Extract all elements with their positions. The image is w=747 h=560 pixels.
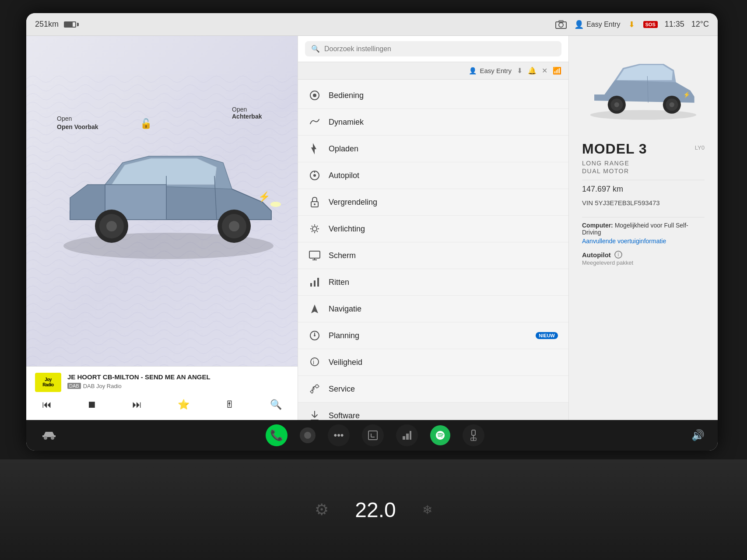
search-icon: 🔍: [311, 45, 320, 53]
menu-item-verlichting[interactable]: Verlichting: [298, 216, 568, 242]
svg-point-18: [313, 174, 316, 177]
time-display: 11:35: [665, 20, 684, 29]
vergrendeling-icon: [309, 196, 321, 208]
computer-label-text: Computer:: [582, 222, 613, 229]
spotify-icon: [435, 430, 445, 441]
voorbak-label: Open Voorbak: [57, 123, 98, 130]
menu-item-navigatie[interactable]: Navigatie: [298, 296, 568, 322]
center-close-icon: ✕: [542, 66, 547, 75]
autopilot-info-button[interactable]: i: [614, 251, 622, 259]
vehicle-info-link[interactable]: Aanvullende voertuiginformatie: [582, 238, 705, 245]
search-button[interactable]: 🔍: [267, 396, 284, 413]
ritten-label: Ritten: [329, 278, 558, 287]
veiligheid-label: Veiligheid: [329, 358, 558, 367]
bediening-label: Bediening: [329, 91, 558, 100]
battery-fill: [65, 22, 73, 27]
usb-button[interactable]: [463, 424, 484, 446]
scherm-icon: [309, 249, 321, 262]
physical-controls-area: ⚙ 22.0 ❄: [0, 459, 747, 560]
steering-wheel-icon: ⚙: [315, 500, 329, 519]
computer-label: Computer: Mogelijkheid voor Full Self-Dr…: [582, 222, 705, 236]
skip-back-button[interactable]: ⏮: [39, 396, 54, 413]
svg-point-22: [312, 227, 317, 231]
menu-item-service[interactable]: Service: [298, 376, 568, 402]
car-icon[interactable]: [39, 426, 59, 445]
open-label-2: Open: [232, 106, 262, 113]
svg-point-43: [590, 110, 697, 119]
svg-rect-36: [317, 278, 319, 287]
svg-line-28: [317, 231, 318, 232]
physical-controls: ⚙ 22.0 ❄: [315, 498, 432, 522]
car-thumbnail: ⚡: [582, 45, 705, 132]
battery-tip: [77, 23, 79, 26]
status-left: 251km: [35, 20, 79, 29]
svg-rect-59: [410, 431, 411, 440]
camera-dot-inner: [304, 432, 311, 439]
battery-body: [64, 21, 76, 28]
verlichting-label: Verlichting: [329, 224, 558, 234]
search-input-wrap[interactable]: 🔍: [305, 41, 561, 56]
menu-item-opladen[interactable]: Opladen: [298, 136, 568, 162]
verlichting-icon: [309, 223, 321, 235]
service-icon: [309, 383, 321, 395]
svg-rect-31: [309, 251, 320, 258]
center-bell-icon: 🔔: [528, 66, 537, 75]
volume-icon[interactable]: 🔊: [691, 429, 705, 441]
spotify-button[interactable]: [430, 425, 450, 445]
menu-item-software[interactable]: Software: [298, 402, 568, 420]
search-input[interactable]: [324, 45, 555, 53]
equalizer-button[interactable]: 🎚: [222, 396, 237, 413]
camera-icon[interactable]: [555, 18, 567, 31]
skip-forward-button[interactable]: ⏭: [130, 396, 144, 413]
service-label: Service: [329, 385, 558, 394]
software-icon: [309, 410, 321, 420]
car-variant-1: LONG RANGE: [582, 160, 705, 167]
lock-icon[interactable]: 🔓: [140, 118, 152, 130]
left-panel: Open Open Voorbak 🔓 Open Achterbak: [26, 36, 298, 420]
bottom-left-icons: [39, 426, 59, 445]
info-button[interactable]: [362, 424, 384, 446]
sos-badge[interactable]: SOS: [643, 21, 658, 28]
music-controls: ⏮ ⏹ ⏭ ⭐ 🎚 🔍: [35, 396, 289, 413]
info-icon: [367, 429, 379, 441]
camera-button[interactable]: [300, 427, 316, 443]
menu-item-ritten[interactable]: Ritten: [298, 269, 568, 296]
menu-item-veiligheid[interactable]: i Veiligheid: [298, 349, 568, 376]
track-title: JE HOORT CB-MILTON - SEND ME AN ANGEL: [67, 373, 289, 382]
car-visualization: ⚡: [44, 123, 293, 272]
temp-value: 22.0: [355, 498, 396, 522]
svg-point-1: [559, 23, 563, 27]
menu-item-bediening[interactable]: Bediening: [298, 82, 568, 109]
menu-item-planning[interactable]: Planning NIEUW: [298, 322, 568, 349]
car-variant-2: DUAL MOTOR: [582, 168, 705, 175]
menu-item-scherm[interactable]: Scherm: [298, 242, 568, 269]
download-icon: ⬇: [628, 20, 636, 29]
menu-item-dynamiek[interactable]: Dynamiek: [298, 109, 568, 136]
phone-button[interactable]: 📞: [266, 424, 288, 446]
dots-menu-button[interactable]: •••: [328, 424, 350, 446]
svg-text:i: i: [313, 359, 314, 366]
bediening-icon: [309, 89, 321, 102]
vin-display: VIN 5YJ3E7EB3LF593473: [582, 199, 705, 206]
easy-entry-header[interactable]: 👤 Easy Entry: [574, 20, 620, 29]
ritten-icon: [309, 276, 321, 288]
svg-rect-54: [368, 431, 377, 440]
favorite-button[interactable]: ⭐: [175, 396, 192, 413]
track-info: JoyRadio JE HOORT CB-MILTON - SEND ME AN…: [35, 373, 289, 392]
track-details: JE HOORT CB-MILTON - SEND ME AN ANGEL DA…: [67, 373, 289, 389]
center-easy-entry[interactable]: 👤 Easy Entry: [469, 67, 512, 75]
planning-label: Planning: [329, 331, 528, 340]
chart-button[interactable]: [396, 424, 418, 446]
autopilot-label: Autopilot: [329, 171, 558, 180]
status-center: 👤 Easy Entry ⬇ SOS 11:35 12°C: [555, 18, 709, 31]
divider-1: [582, 180, 705, 180]
menu-item-vergrendeling[interactable]: Vergrendeling: [298, 189, 568, 216]
battery-icon: [64, 21, 79, 28]
center-top-bar: 👤 Easy Entry ⬇ 🔔 ✕ 📶: [298, 62, 568, 80]
open-achterbak-label[interactable]: Open Achterbak: [232, 106, 262, 120]
svg-point-13: [270, 202, 281, 207]
svg-point-16: [313, 94, 316, 97]
stop-button[interactable]: ⏹: [84, 396, 99, 413]
open-voorbak-label[interactable]: Open Open Voorbak: [57, 115, 98, 130]
menu-item-autopilot[interactable]: Autopilot: [298, 162, 568, 189]
